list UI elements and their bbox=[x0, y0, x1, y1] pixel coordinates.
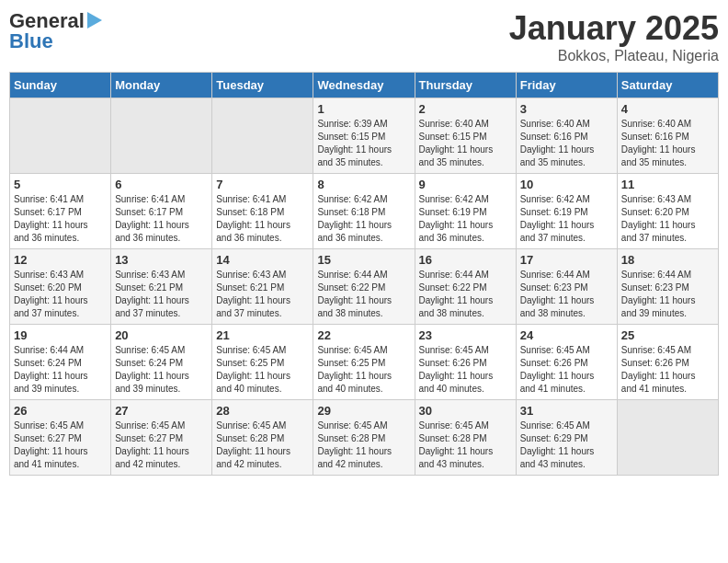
calendar-cell: 26Sunrise: 6:45 AM Sunset: 6:27 PM Dayli… bbox=[10, 400, 111, 476]
day-number: 25 bbox=[621, 328, 714, 342]
day-info: Sunrise: 6:45 AM Sunset: 6:26 PM Dayligh… bbox=[419, 344, 512, 396]
month-title: January 2025 bbox=[509, 9, 719, 48]
day-info: Sunrise: 6:41 AM Sunset: 6:17 PM Dayligh… bbox=[115, 193, 208, 245]
day-info: Sunrise: 6:45 AM Sunset: 6:25 PM Dayligh… bbox=[216, 344, 309, 396]
day-number: 21 bbox=[216, 328, 309, 342]
calendar-cell: 14Sunrise: 6:43 AM Sunset: 6:21 PM Dayli… bbox=[212, 249, 313, 325]
page-header: General Blue January 2025 Bokkos, Platea… bbox=[9, 9, 719, 64]
day-number: 16 bbox=[419, 253, 512, 267]
day-info: Sunrise: 6:43 AM Sunset: 6:20 PM Dayligh… bbox=[14, 269, 107, 320]
week-row-2: 5Sunrise: 6:41 AM Sunset: 6:17 PM Daylig… bbox=[10, 174, 719, 249]
calendar-cell: 23Sunrise: 6:45 AM Sunset: 6:26 PM Dayli… bbox=[415, 325, 516, 400]
day-number: 11 bbox=[621, 178, 714, 191]
day-number: 26 bbox=[14, 404, 107, 418]
header-monday: Monday bbox=[111, 73, 212, 98]
day-info: Sunrise: 6:45 AM Sunset: 6:28 PM Dayligh… bbox=[419, 419, 512, 471]
day-number: 19 bbox=[14, 328, 107, 342]
day-info: Sunrise: 6:43 AM Sunset: 6:21 PM Dayligh… bbox=[216, 269, 309, 320]
week-row-1: 1Sunrise: 6:39 AM Sunset: 6:15 PM Daylig… bbox=[10, 98, 719, 174]
calendar-cell bbox=[212, 98, 313, 174]
calendar-cell: 19Sunrise: 6:44 AM Sunset: 6:24 PM Dayli… bbox=[10, 325, 111, 400]
day-number: 23 bbox=[419, 328, 512, 342]
calendar-cell: 6Sunrise: 6:41 AM Sunset: 6:17 PM Daylig… bbox=[111, 174, 212, 249]
calendar-cell: 28Sunrise: 6:45 AM Sunset: 6:28 PM Dayli… bbox=[212, 400, 313, 476]
calendar-cell: 18Sunrise: 6:44 AM Sunset: 6:23 PM Dayli… bbox=[617, 249, 718, 325]
day-number: 6 bbox=[115, 178, 208, 191]
calendar-cell bbox=[111, 98, 212, 174]
day-number: 15 bbox=[317, 253, 410, 267]
calendar-cell: 11Sunrise: 6:43 AM Sunset: 6:20 PM Dayli… bbox=[617, 174, 718, 249]
day-info: Sunrise: 6:40 AM Sunset: 6:15 PM Dayligh… bbox=[419, 118, 512, 169]
logo-arrow-icon bbox=[87, 12, 102, 29]
day-number: 29 bbox=[317, 404, 410, 418]
day-info: Sunrise: 6:45 AM Sunset: 6:26 PM Dayligh… bbox=[621, 344, 714, 396]
day-number: 8 bbox=[317, 178, 410, 191]
header-wednesday: Wednesday bbox=[313, 73, 415, 98]
calendar-cell: 16Sunrise: 6:44 AM Sunset: 6:22 PM Dayli… bbox=[415, 249, 516, 325]
day-number: 22 bbox=[317, 328, 410, 342]
day-number: 9 bbox=[419, 178, 512, 191]
title-block: January 2025 Bokkos, Plateau, Nigeria bbox=[509, 9, 719, 64]
calendar-cell: 27Sunrise: 6:45 AM Sunset: 6:27 PM Dayli… bbox=[111, 400, 212, 476]
calendar-cell: 7Sunrise: 6:41 AM Sunset: 6:18 PM Daylig… bbox=[212, 174, 313, 249]
day-info: Sunrise: 6:44 AM Sunset: 6:22 PM Dayligh… bbox=[317, 269, 410, 320]
day-number: 27 bbox=[115, 404, 208, 418]
day-info: Sunrise: 6:45 AM Sunset: 6:26 PM Dayligh… bbox=[520, 344, 613, 396]
calendar-cell: 25Sunrise: 6:45 AM Sunset: 6:26 PM Dayli… bbox=[617, 325, 718, 400]
day-info: Sunrise: 6:40 AM Sunset: 6:16 PM Dayligh… bbox=[621, 118, 714, 169]
calendar-cell: 20Sunrise: 6:45 AM Sunset: 6:24 PM Dayli… bbox=[111, 325, 212, 400]
day-number: 4 bbox=[621, 102, 714, 116]
calendar-cell: 9Sunrise: 6:42 AM Sunset: 6:19 PM Daylig… bbox=[415, 174, 516, 249]
day-info: Sunrise: 6:44 AM Sunset: 6:22 PM Dayligh… bbox=[419, 269, 512, 320]
header-saturday: Saturday bbox=[617, 73, 718, 98]
day-info: Sunrise: 6:43 AM Sunset: 6:21 PM Dayligh… bbox=[115, 269, 208, 320]
calendar-cell: 30Sunrise: 6:45 AM Sunset: 6:28 PM Dayli… bbox=[415, 400, 516, 476]
calendar-table: SundayMondayTuesdayWednesdayThursdayFrid… bbox=[9, 72, 719, 476]
day-info: Sunrise: 6:45 AM Sunset: 6:27 PM Dayligh… bbox=[14, 419, 107, 471]
day-number: 7 bbox=[216, 178, 309, 191]
day-info: Sunrise: 6:44 AM Sunset: 6:24 PM Dayligh… bbox=[14, 344, 107, 396]
week-row-5: 26Sunrise: 6:45 AM Sunset: 6:27 PM Dayli… bbox=[10, 400, 719, 476]
day-number: 14 bbox=[216, 253, 309, 267]
calendar-cell: 5Sunrise: 6:41 AM Sunset: 6:17 PM Daylig… bbox=[10, 174, 111, 249]
day-info: Sunrise: 6:44 AM Sunset: 6:23 PM Dayligh… bbox=[520, 269, 613, 320]
calendar-cell bbox=[617, 400, 718, 476]
week-row-4: 19Sunrise: 6:44 AM Sunset: 6:24 PM Dayli… bbox=[10, 325, 719, 400]
calendar-cell: 29Sunrise: 6:45 AM Sunset: 6:28 PM Dayli… bbox=[313, 400, 415, 476]
day-info: Sunrise: 6:45 AM Sunset: 6:25 PM Dayligh… bbox=[317, 344, 410, 396]
calendar-cell: 17Sunrise: 6:44 AM Sunset: 6:23 PM Dayli… bbox=[516, 249, 617, 325]
calendar-cell: 13Sunrise: 6:43 AM Sunset: 6:21 PM Dayli… bbox=[111, 249, 212, 325]
day-number: 28 bbox=[216, 404, 309, 418]
day-info: Sunrise: 6:40 AM Sunset: 6:16 PM Dayligh… bbox=[520, 118, 613, 169]
day-info: Sunrise: 6:43 AM Sunset: 6:20 PM Dayligh… bbox=[621, 193, 714, 245]
day-number: 30 bbox=[419, 404, 512, 418]
calendar-cell: 22Sunrise: 6:45 AM Sunset: 6:25 PM Dayli… bbox=[313, 325, 415, 400]
day-info: Sunrise: 6:45 AM Sunset: 6:28 PM Dayligh… bbox=[216, 419, 309, 471]
day-number: 3 bbox=[520, 102, 613, 116]
calendar-cell: 31Sunrise: 6:45 AM Sunset: 6:29 PM Dayli… bbox=[516, 400, 617, 476]
day-number: 2 bbox=[419, 102, 512, 116]
day-number: 17 bbox=[520, 253, 613, 267]
calendar-cell: 3Sunrise: 6:40 AM Sunset: 6:16 PM Daylig… bbox=[516, 98, 617, 174]
day-number: 10 bbox=[520, 178, 613, 191]
day-number: 5 bbox=[14, 178, 107, 191]
calendar-cell: 8Sunrise: 6:42 AM Sunset: 6:18 PM Daylig… bbox=[313, 174, 415, 249]
day-info: Sunrise: 6:44 AM Sunset: 6:23 PM Dayligh… bbox=[621, 269, 714, 320]
logo-blue-text: Blue bbox=[9, 29, 53, 53]
day-info: Sunrise: 6:39 AM Sunset: 6:15 PM Dayligh… bbox=[317, 118, 410, 169]
day-number: 1 bbox=[317, 102, 410, 116]
week-row-3: 12Sunrise: 6:43 AM Sunset: 6:20 PM Dayli… bbox=[10, 249, 719, 325]
calendar-cell: 21Sunrise: 6:45 AM Sunset: 6:25 PM Dayli… bbox=[212, 325, 313, 400]
day-number: 24 bbox=[520, 328, 613, 342]
day-info: Sunrise: 6:42 AM Sunset: 6:19 PM Dayligh… bbox=[419, 193, 512, 245]
calendar-cell: 2Sunrise: 6:40 AM Sunset: 6:15 PM Daylig… bbox=[415, 98, 516, 174]
day-number: 18 bbox=[621, 253, 714, 267]
day-info: Sunrise: 6:42 AM Sunset: 6:18 PM Dayligh… bbox=[317, 193, 410, 245]
calendar-header-row: SundayMondayTuesdayWednesdayThursdayFrid… bbox=[10, 73, 719, 98]
calendar-cell bbox=[10, 98, 111, 174]
calendar-cell: 12Sunrise: 6:43 AM Sunset: 6:20 PM Dayli… bbox=[10, 249, 111, 325]
day-info: Sunrise: 6:45 AM Sunset: 6:27 PM Dayligh… bbox=[115, 419, 208, 471]
day-info: Sunrise: 6:42 AM Sunset: 6:19 PM Dayligh… bbox=[520, 193, 613, 245]
location-title: Bokkos, Plateau, Nigeria bbox=[509, 48, 719, 64]
day-number: 13 bbox=[115, 253, 208, 267]
